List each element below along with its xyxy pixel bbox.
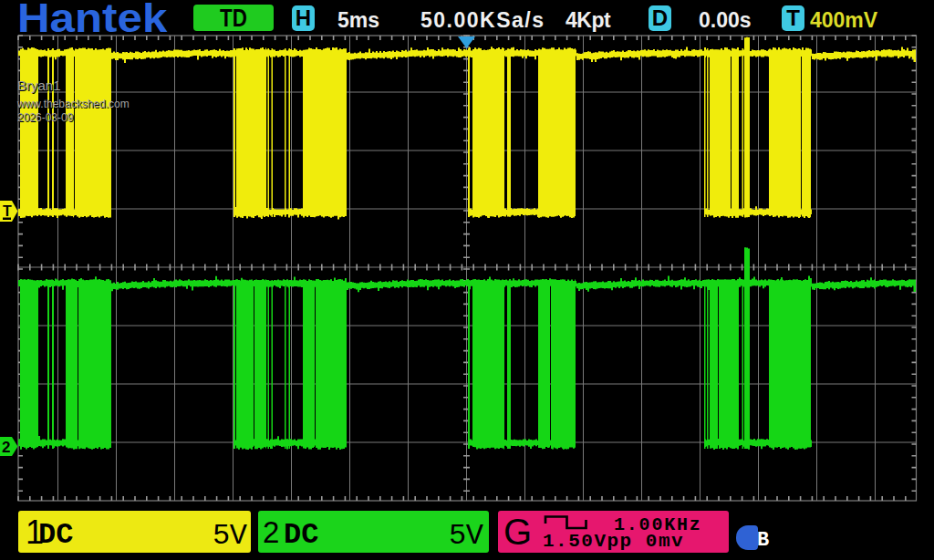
svg-text:T: T	[3, 203, 12, 219]
svg-text:2: 2	[2, 439, 10, 456]
